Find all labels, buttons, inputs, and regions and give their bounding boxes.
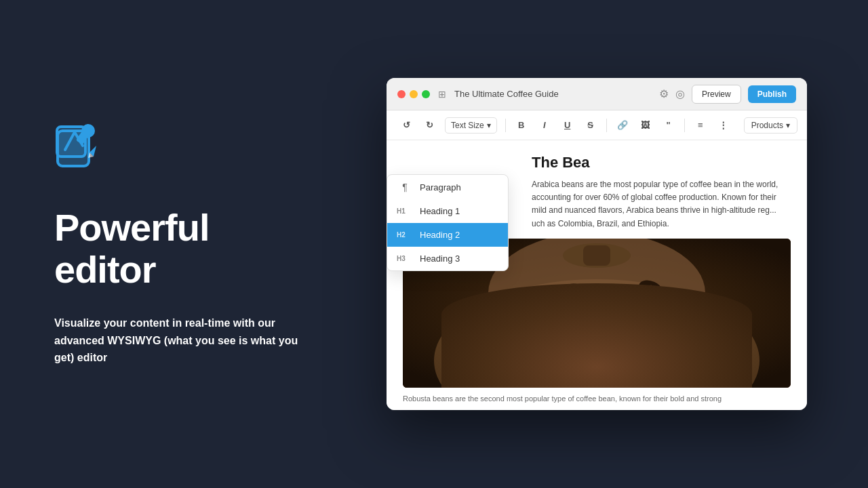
app-logo [54, 124, 298, 174]
close-dot[interactable] [397, 90, 406, 98]
share-icon[interactable]: ◎ [675, 87, 685, 100]
chevron-down-icon-2: ▾ [786, 121, 790, 130]
svg-point-13 [561, 281, 591, 304]
heading2-label: Heading 2 [420, 230, 460, 240]
italic-button[interactable]: I [534, 115, 555, 136]
text-size-dropdown[interactable]: Text Size ▾ [445, 117, 497, 134]
paragraph-label: Paragraph [420, 182, 461, 192]
h3-badge: H3 [397, 255, 413, 262]
chevron-down-icon: ▾ [487, 121, 491, 130]
separator-1 [505, 119, 506, 132]
title-bar: ⊞ The Ultimate Coffee Guide ⚙ ◎ Preview … [387, 78, 807, 110]
h1-badge: H1 [397, 207, 413, 215]
paragraph-icon: ¶ [397, 182, 413, 192]
publish-button[interactable]: Publish [748, 85, 796, 103]
redo-button[interactable]: ↻ [419, 115, 439, 136]
list-ordered-button[interactable]: ⋮ [713, 115, 734, 136]
heading1-option[interactable]: H1 Heading 1 [387, 199, 508, 223]
svg-point-11 [521, 294, 550, 318]
bold-button[interactable]: B [511, 115, 532, 136]
strikethrough-button[interactable]: S [580, 115, 601, 136]
title-actions: ⚙ ◎ Preview Publish [659, 85, 796, 104]
list-unordered-button[interactable]: ≡ [690, 115, 711, 136]
minimize-dot[interactable] [410, 90, 418, 98]
sidebar-icon: ⊞ [438, 89, 446, 100]
paragraph-option[interactable]: ¶ Paragraph [387, 175, 508, 199]
article-body: Arabica beans are the most popular type … [532, 178, 791, 230]
svg-point-9 [434, 279, 760, 388]
heading3-label: Heading 3 [420, 253, 460, 264]
hero-subtitle: Visualize your content in real-time with… [54, 314, 298, 367]
underline-button[interactable]: U [557, 115, 578, 136]
article-title: The Bea [532, 154, 791, 171]
heading1-label: Heading 1 [420, 206, 460, 216]
products-dropdown[interactable]: Products ▾ [744, 117, 797, 134]
window-controls [397, 90, 430, 98]
settings-icon[interactable]: ⚙ [659, 87, 669, 100]
heading-dropdown[interactable]: ¶ Paragraph H1 Heading 1 H2 Heading 2 H3… [387, 174, 509, 271]
article-footer: Robusta beans are the second most popula… [403, 388, 791, 405]
hero-title: Powerful editor [54, 207, 298, 290]
svg-point-23 [623, 325, 651, 348]
image-button[interactable]: 🖼 [635, 115, 656, 136]
text-size-label: Text Size [451, 121, 484, 130]
svg-point-15 [604, 293, 630, 312]
editor-content: ¶ Paragraph H1 Heading 1 H2 Heading 2 H3… [387, 140, 807, 410]
right-panel: ⊞ The Ultimate Coffee Guide ⚙ ◎ Preview … [353, 64, 868, 424]
svg-point-19 [536, 324, 561, 343]
separator-2 [606, 119, 607, 132]
products-label: Products [751, 121, 783, 130]
link-button[interactable]: 🔗 [612, 115, 633, 136]
svg-rect-28 [583, 245, 610, 266]
toolbar: ↺ ↻ Text Size ▾ B I U S 🔗 🖼 " ≡ ⋮ Produc… [387, 110, 807, 140]
heading2-option[interactable]: H2 Heading 2 [387, 223, 508, 247]
preview-button[interactable]: Preview [692, 85, 741, 104]
undo-button[interactable]: ↺ [396, 115, 416, 136]
heading3-option[interactable]: H3 Heading 3 [387, 247, 508, 270]
document-title: The Ultimate Coffee Guide [454, 89, 651, 99]
svg-point-25 [658, 304, 685, 322]
h2-badge: H2 [397, 231, 413, 239]
left-panel: Powerful editor Visualize your content i… [0, 81, 353, 407]
svg-point-21 [581, 314, 612, 338]
editor-window: ⊞ The Ultimate Coffee Guide ⚙ ◎ Preview … [387, 78, 807, 410]
separator-3 [684, 119, 685, 132]
quote-button[interactable]: " [658, 115, 679, 136]
expand-dot[interactable] [422, 90, 430, 98]
